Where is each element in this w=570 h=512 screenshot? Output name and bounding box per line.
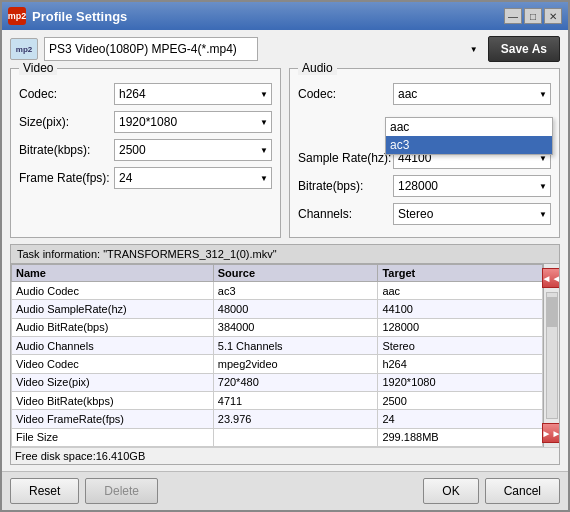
task-cell-name: File Size <box>12 428 214 446</box>
profile-select-wrapper: PS3 Video(1080P) MPEG-4(*.mp4) <box>44 37 482 61</box>
video-codec-select-wrapper: h264 <box>114 83 272 105</box>
minimize-button[interactable]: — <box>504 8 522 24</box>
bottom-right-buttons: OK Cancel <box>423 478 560 504</box>
scroll-back-button[interactable]: ◄◄ <box>542 268 560 288</box>
video-size-select[interactable]: 1920*1080 <box>114 111 272 133</box>
task-cell-source: 48000 <box>213 300 378 318</box>
ok-button[interactable]: OK <box>423 478 478 504</box>
task-cell-source: 5.1 Channels <box>213 336 378 354</box>
table-row[interactable]: File Size299.188MB <box>12 428 543 446</box>
scroll-track[interactable] <box>546 292 558 419</box>
window-title: Profile Settings <box>32 9 504 24</box>
video-codec-select[interactable]: h264 <box>114 83 272 105</box>
task-cell-name: Audio Channels <box>12 336 214 354</box>
task-cell-name: Video Size(pix) <box>12 373 214 391</box>
task-cell-target: h264 <box>378 355 543 373</box>
task-cell-name: Video FrameRate(fps) <box>12 410 214 428</box>
task-cell-name: Video BitRate(kbps) <box>12 391 214 409</box>
window-controls: — □ ✕ <box>504 8 562 24</box>
task-section: Task information: "TRANSFORMERS_312_1(0)… <box>10 244 560 465</box>
scroll-forward-button[interactable]: ►► <box>542 423 560 443</box>
task-header: Task information: "TRANSFORMERS_312_1(0)… <box>11 245 559 264</box>
task-cell-target: 44100 <box>378 300 543 318</box>
scroll-thumb <box>547 297 557 327</box>
task-cell-source: 23.976 <box>213 410 378 428</box>
audio-channels-select-wrapper: Stereo <box>393 203 551 225</box>
video-framerate-select[interactable]: 24 <box>114 167 272 189</box>
table-row[interactable]: Video Size(pix)720*4801920*1080 <box>12 373 543 391</box>
task-cell-name: Audio Codec <box>12 282 214 300</box>
audio-bitrate-select-wrapper: 128000 <box>393 175 551 197</box>
task-cell-name: Audio SampleRate(hz) <box>12 300 214 318</box>
close-button[interactable]: ✕ <box>544 8 562 24</box>
col-header-name: Name <box>12 265 214 282</box>
task-cell-target: 1920*1080 <box>378 373 543 391</box>
audio-codec-label: Codec: <box>298 87 393 101</box>
cancel-button[interactable]: Cancel <box>485 478 560 504</box>
dropdown-item-ac3[interactable]: ac3 <box>386 136 552 154</box>
task-cell-source: 4711 <box>213 391 378 409</box>
disk-space-label: Free disk space:16.410GB <box>11 447 559 464</box>
video-size-label: Size(pix): <box>19 115 114 129</box>
table-row[interactable]: Video BitRate(kbps)47112500 <box>12 391 543 409</box>
task-cell-target: 2500 <box>378 391 543 409</box>
audio-channels-select[interactable]: Stereo <box>393 203 551 225</box>
task-cell-source: 720*480 <box>213 373 378 391</box>
settings-panels: Video Codec: h264 Size(pix): 1920*1080 <box>10 68 560 238</box>
task-cell-target: Stereo <box>378 336 543 354</box>
save-as-button[interactable]: Save As <box>488 36 560 62</box>
col-header-source: Source <box>213 265 378 282</box>
video-size-row: Size(pix): 1920*1080 <box>19 111 272 133</box>
audio-bitrate-select[interactable]: 128000 <box>393 175 551 197</box>
app-icon: mp2 <box>8 7 26 25</box>
table-row[interactable]: Video Codecmpeg2videoh264 <box>12 355 543 373</box>
delete-button[interactable]: Delete <box>85 478 158 504</box>
task-table-wrapper[interactable]: Name Source Target Audio Codecac3aacAudi… <box>11 264 543 447</box>
title-bar: mp2 Profile Settings — □ ✕ <box>2 2 568 30</box>
dropdown-item-aac[interactable]: aac <box>386 118 552 136</box>
video-framerate-select-wrapper: 24 <box>114 167 272 189</box>
audio-bitrate-label: Bitrate(bps): <box>298 179 393 193</box>
video-bitrate-label: Bitrate(kbps): <box>19 143 114 157</box>
task-cell-name: Audio BitRate(bps) <box>12 318 214 336</box>
task-cell-target: aac <box>378 282 543 300</box>
video-codec-label: Codec: <box>19 87 114 101</box>
audio-channels-row: Channels: Stereo <box>298 203 551 225</box>
table-row[interactable]: Audio SampleRate(hz)4800044100 <box>12 300 543 318</box>
app-icon-label: mp2 <box>8 11 27 21</box>
profile-bar: mp2 PS3 Video(1080P) MPEG-4(*.mp4) Save … <box>10 36 560 62</box>
table-row[interactable]: Audio BitRate(bps)384000128000 <box>12 318 543 336</box>
table-row[interactable]: Video FrameRate(fps)23.97624 <box>12 410 543 428</box>
profile-select[interactable]: PS3 Video(1080P) MPEG-4(*.mp4) <box>44 37 258 61</box>
task-cell-target: 299.188MB <box>378 428 543 446</box>
audio-panel: Audio Codec: aac aac ac3 <box>289 68 560 238</box>
video-bitrate-select[interactable]: 2500 <box>114 139 272 161</box>
audio-codec-dropdown[interactable]: aac ac3 <box>385 117 553 155</box>
scrollbar-area: ◄◄ ►► <box>543 264 559 447</box>
audio-bitrate-row: Bitrate(bps): 128000 <box>298 175 551 197</box>
task-cell-source: 384000 <box>213 318 378 336</box>
profile-settings-window: mp2 Profile Settings — □ ✕ mp2 PS3 Video… <box>0 0 570 512</box>
col-header-target: Target <box>378 265 543 282</box>
audio-channels-label: Channels: <box>298 207 393 221</box>
video-framerate-label: Frame Rate(fps): <box>19 171 114 185</box>
video-panel-title: Video <box>19 61 57 75</box>
task-cell-source <box>213 428 378 446</box>
audio-panel-title: Audio <box>298 61 337 75</box>
video-bitrate-select-wrapper: 2500 <box>114 139 272 161</box>
maximize-button[interactable]: □ <box>524 8 542 24</box>
profile-icon: mp2 <box>10 38 38 60</box>
table-row[interactable]: Audio Codecac3aac <box>12 282 543 300</box>
bottom-bar: Reset Delete OK Cancel <box>2 471 568 510</box>
video-bitrate-row: Bitrate(kbps): 2500 <box>19 139 272 161</box>
task-cell-source: mpeg2video <box>213 355 378 373</box>
reset-button[interactable]: Reset <box>10 478 79 504</box>
task-table: Name Source Target Audio Codecac3aacAudi… <box>11 264 543 447</box>
audio-codec-select[interactable]: aac <box>393 83 551 105</box>
video-codec-row: Codec: h264 <box>19 83 272 105</box>
audio-codec-select-wrapper: aac <box>393 83 551 105</box>
table-row[interactable]: Audio Channels5.1 ChannelsStereo <box>12 336 543 354</box>
content-area: mp2 PS3 Video(1080P) MPEG-4(*.mp4) Save … <box>2 30 568 471</box>
video-panel: Video Codec: h264 Size(pix): 1920*1080 <box>10 68 281 238</box>
task-cell-target: 24 <box>378 410 543 428</box>
